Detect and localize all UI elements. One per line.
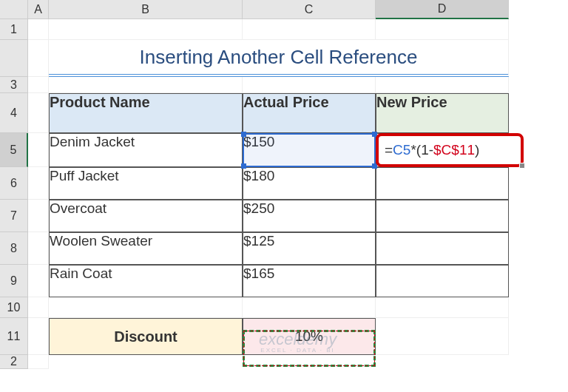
row-header-3[interactable]: 3 [0, 77, 28, 93]
cell-B3[interactable] [49, 77, 243, 93]
page-title: Inserting Another Cell Reference [49, 40, 509, 77]
cell-price-4[interactable]: $165 [243, 265, 376, 297]
formula-op2: ) [475, 142, 479, 158]
cell-B10[interactable] [49, 297, 243, 318]
header-new-price: New Price [376, 93, 509, 133]
cell-price-3[interactable]: $125 [243, 232, 376, 265]
cell-product-0[interactable]: Denim Jacket [49, 133, 243, 167]
cell-B1[interactable] [49, 19, 243, 40]
row-header-2[interactable]: 2 [0, 355, 28, 369]
cell-A3[interactable] [28, 77, 49, 93]
row-header-8[interactable]: 8 [0, 232, 28, 265]
cell-D3[interactable] [376, 77, 509, 93]
cell-product-2[interactable]: Overcoat [49, 200, 243, 232]
header-actual-price: Actual Price [243, 93, 376, 133]
cell-A6[interactable] [28, 167, 49, 200]
formula-equals: = [385, 142, 393, 158]
cell-A1[interactable] [28, 19, 49, 40]
col-header-B[interactable]: B [49, 0, 243, 19]
cell-A8[interactable] [28, 232, 49, 265]
cell-price-1[interactable]: $180 [243, 167, 376, 200]
row-header-9[interactable]: 9 [0, 265, 28, 297]
cell-price-0[interactable]: $150 [243, 133, 376, 167]
cell-D11[interactable] [376, 318, 509, 355]
col-header-D[interactable]: D [376, 0, 509, 19]
cell-A5[interactable] [28, 133, 49, 167]
formula-ref-C11: $C$11 [433, 142, 475, 158]
formula-op1: *(1- [410, 142, 433, 158]
cell-newprice-3[interactable] [376, 232, 509, 265]
cell-A9[interactable] [28, 265, 49, 297]
cell-D10[interactable] [376, 297, 509, 318]
fill-handle[interactable] [519, 163, 525, 169]
select-all-corner[interactable] [0, 0, 28, 19]
row-header-5[interactable]: 5 [0, 133, 28, 167]
cell-C1[interactable] [243, 19, 376, 40]
col-header-A[interactable]: A [28, 0, 49, 19]
discount-label: Discount [49, 318, 243, 355]
header-product: Product Name [49, 93, 243, 133]
row-header-10[interactable]: 10 [0, 297, 28, 318]
cell-A2b[interactable] [28, 40, 49, 77]
active-cell-D5[interactable]: =C5*(1-$C$11) [376, 133, 524, 167]
col-header-C[interactable]: C [243, 0, 376, 19]
row-header-1[interactable]: 1 [0, 19, 28, 40]
row-header-4[interactable]: 4 [0, 93, 28, 133]
cell-price-2[interactable]: $250 [243, 200, 376, 232]
discount-value[interactable]: 10% [243, 318, 376, 355]
row-header-11[interactable]: 11 [0, 318, 28, 355]
cell-A2[interactable] [28, 355, 49, 369]
cell-product-1[interactable]: Puff Jacket [49, 167, 243, 200]
cell-A7[interactable] [28, 200, 49, 232]
formula-ref-C5: C5 [393, 142, 410, 158]
cell-A10[interactable] [28, 297, 49, 318]
cell-newprice-2[interactable] [376, 200, 509, 232]
spreadsheet-grid[interactable]: A B C D 1 2 Inserting Another Cell Refer… [0, 0, 568, 369]
cell-D1[interactable] [376, 19, 509, 40]
cell-newprice-4[interactable] [376, 265, 509, 297]
cell-product-4[interactable]: Rain Coat [49, 265, 243, 297]
cell-A11[interactable] [28, 318, 49, 355]
row-header-6[interactable]: 6 [0, 167, 28, 200]
cell-C3[interactable] [243, 77, 376, 93]
row-header-2b[interactable] [0, 40, 28, 77]
cell-A4[interactable] [28, 93, 49, 133]
cell-newprice-1[interactable] [376, 167, 509, 200]
row-header-7[interactable]: 7 [0, 200, 28, 232]
cell-C10[interactable] [243, 297, 376, 318]
cell-product-3[interactable]: Woolen Sweater [49, 232, 243, 265]
